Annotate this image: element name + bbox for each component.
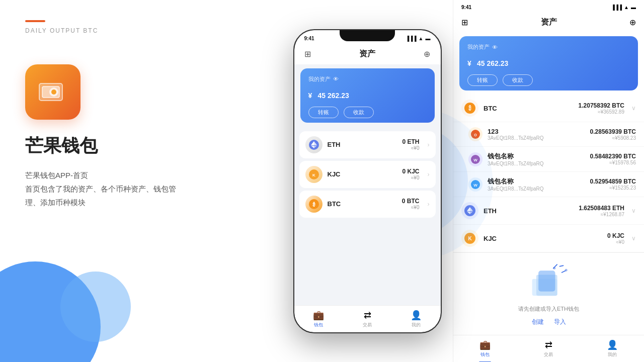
eye-icon[interactable]: 👁 — [333, 76, 339, 82]
rp-transfer-button[interactable]: 转账 — [467, 74, 498, 86]
btc-name: BTC — [328, 200, 341, 208]
eth-amount: 0 ETH — [402, 138, 419, 145]
phone-tab-wallet[interactable]: 💼 钱包 — [294, 306, 343, 332]
phone-transfer-button[interactable]: 转账 — [308, 107, 339, 118]
rp-eth-info: ETH — [484, 207, 574, 215]
rp-nav-add-icon[interactable]: ⊕ — [629, 18, 636, 27]
rp-wallet-tab-icon: 💼 — [479, 339, 491, 350]
phone-status-icons: ▐▐▐ ▲ ▬ — [406, 36, 430, 41]
rp-123-addr: 3AvEQt1R8...TsZ4fpaRQ — [488, 135, 585, 141]
rp-123-values: 0.28563939 BTC ≈¥5908.23 — [590, 128, 636, 141]
rp-wallet2-info: 钱包名称 3AvEQt1R8...TsZ4fpaRQ — [488, 177, 585, 192]
brand-accent-line — [25, 20, 45, 22]
rp-battery-icon: ▬ — [631, 5, 636, 10]
app-description: 芒果钱包APP-首页 首页包含了我的资产、各个币种资产、钱包管 理、添加币种模块 — [25, 168, 257, 209]
rp-tab-wallet[interactable]: 💼 钱包 — [453, 335, 517, 362]
rp-coin-btc[interactable]: ₿ BTC 1.20758392 BTC ≈¥36592.89 ∨ — [453, 95, 644, 122]
phone-card-actions: 转账 收款 — [308, 107, 427, 118]
svg-text:₿: ₿ — [468, 105, 471, 111]
rp-kjc-amount: 0 KJC — [607, 232, 624, 239]
svg-text:K: K — [312, 173, 315, 177]
trade-tab-icon: ⇄ — [364, 310, 371, 321]
eth-name: ETH — [328, 141, 341, 148]
rp-eth-cny: ≈¥1268.87 — [579, 212, 624, 217]
rp-wallet2-amount: 0.52954859 BTC — [590, 178, 636, 185]
rp-create-button[interactable]: 创建 — [532, 318, 544, 326]
rp-wallet1-addr: 3AvEQt1R8...TsZ4fpaRQ — [488, 161, 585, 166]
rp-btc-info: BTC — [484, 105, 574, 112]
phone-tab-trade[interactable]: ⇄ 交易 — [343, 306, 392, 332]
svg-rect-30 — [538, 270, 555, 292]
phone-asset-amount: ¥ 45 262.23 — [308, 86, 427, 102]
profile-tab-icon: 👤 — [411, 310, 422, 321]
rp-eth-name: ETH — [484, 207, 574, 215]
phone-coin-btc[interactable]: ₿ BTC 0 BTC ≈¥0 › — [299, 191, 436, 218]
battery-icon: ▬ — [426, 36, 431, 41]
phone-mockup: 9:41 ▐▐▐ ▲ ▬ ⊞ 资产 ⊕ 我的资产 👁 ¥ — [293, 29, 442, 333]
nav-grid-icon[interactable]: ⊞ — [302, 49, 313, 60]
svg-point-34 — [553, 267, 555, 269]
app-icon — [25, 64, 80, 120]
rp-empty-text: 请先创建或导入ETH钱包 — [518, 305, 579, 313]
phone-bottom-tabs: 💼 钱包 ⇄ 交易 👤 我的 — [294, 305, 441, 332]
brand-subtitle: DAILY OUTPUT BTC — [25, 27, 257, 34]
rp-btc-values: 1.20758392 BTC ≈¥36592.89 — [579, 102, 624, 115]
rp-123-name: 123 — [488, 128, 585, 135]
rp-123-info: 123 3AvEQt1R8...TsZ4fpaRQ — [488, 128, 585, 141]
phone-coin-kjc[interactable]: K KJC 0 KJC ≈¥0 › — [299, 161, 436, 188]
phone-asset-card: 我的资产 👁 ¥ 45 262.23 转账 收款 — [300, 68, 435, 123]
rp-nav-title: 资产 — [541, 17, 557, 28]
app-desc-line3: 理、添加币种模块 — [25, 198, 86, 207]
app-desc-line1: 芒果钱包APP-首页 — [25, 171, 88, 179]
svg-line-33 — [559, 265, 563, 266]
kjc-amount: 0 KJC — [402, 168, 419, 175]
phone-coin-list: ETH 0 ETH ≈¥0 › K KJC 0 KJC ≈¥0 — [294, 127, 441, 305]
rp-wallet1-info: 钱包名称 3AvEQt1R8...TsZ4fpaRQ — [488, 152, 585, 166]
rp-tab-trade[interactable]: ⇄ 交易 — [517, 335, 580, 362]
eth-arrow-icon: › — [428, 141, 430, 148]
phone-coin-eth[interactable]: ETH 0 ETH ≈¥0 › — [299, 131, 436, 158]
btc-cny: ≈¥0 — [402, 205, 420, 210]
rp-btc-cny: ≈¥36592.89 — [579, 109, 624, 115]
app-title: 芒果钱包 — [25, 134, 257, 158]
rp-tab-profile[interactable]: 👤 我的 — [581, 335, 644, 362]
rp-trade-tab-icon: ⇄ — [545, 339, 552, 350]
phone-nav-title: 资产 — [359, 49, 375, 59]
rp-status-bar: 9:41 ▐▐▐ ▲ ▬ — [453, 0, 644, 12]
rp-btc-arrow-icon: ∨ — [631, 105, 636, 112]
rp-kjc-arrow-icon: ∨ — [631, 235, 636, 242]
rp-receive-button[interactable]: 收款 — [503, 74, 533, 86]
rp-import-button[interactable]: 导入 — [554, 318, 566, 326]
rp-kjc-cny: ≈¥0 — [607, 239, 624, 245]
rp-wallet2-values: 0.52954859 BTC ≈¥15235.23 — [590, 178, 636, 191]
rp-signal-icon: ▐▐▐ — [611, 5, 622, 10]
kjc-cny: ≈¥0 — [402, 175, 419, 180]
rp-wallet2-addr: 3AvEQt1R8...TsZ4fpaRQ — [488, 186, 585, 192]
svg-point-35 — [565, 269, 567, 272]
kjc-icon: K — [305, 166, 323, 183]
rp-asset-label: 我的资产 👁 — [467, 43, 630, 51]
svg-text:₿: ₿ — [312, 202, 315, 207]
phone-receive-button[interactable]: 收款 — [344, 107, 374, 118]
rp-empty-eth-box: 请先创建或导入ETH钱包 创建 导入 — [453, 252, 644, 334]
empty-illustration — [524, 261, 574, 301]
nav-add-icon[interactable]: ⊕ — [422, 49, 433, 60]
btc-values: 0 BTC ≈¥0 — [402, 198, 420, 210]
phone-tab-profile[interactable]: 👤 我的 — [392, 306, 441, 332]
decorative-blob-2 — [60, 272, 131, 342]
eth-cny: ≈¥0 — [402, 145, 419, 151]
rp-asset-card: 我的资产 👁 ¥ 45 262.23 转账 收款 — [459, 36, 638, 90]
phone-asset-label: 我的资产 👁 — [308, 75, 427, 83]
kjc-arrow-icon: › — [428, 171, 430, 178]
rp-nav-grid-icon[interactable]: ⊞ — [461, 18, 468, 27]
rp-coin-123[interactable]: O 123 3AvEQt1R8...TsZ4fpaRQ 0.28563939 B… — [453, 122, 644, 147]
kjc-name: KJC — [328, 170, 341, 178]
rp-bottom-tabs: 💼 钱包 ⇄ 交易 👤 我的 — [453, 335, 644, 362]
rp-eye-icon[interactable]: 👁 — [492, 44, 498, 50]
btc-arrow-icon: › — [428, 201, 430, 208]
eth-icon — [305, 136, 323, 153]
svg-point-3 — [51, 89, 56, 95]
rp-coin-kjc[interactable]: K KJC 0 KJC ≈¥0 ∨ — [453, 225, 644, 252]
rp-profile-tab-icon: 👤 — [607, 339, 618, 350]
phone-time: 9:41 — [304, 36, 314, 41]
